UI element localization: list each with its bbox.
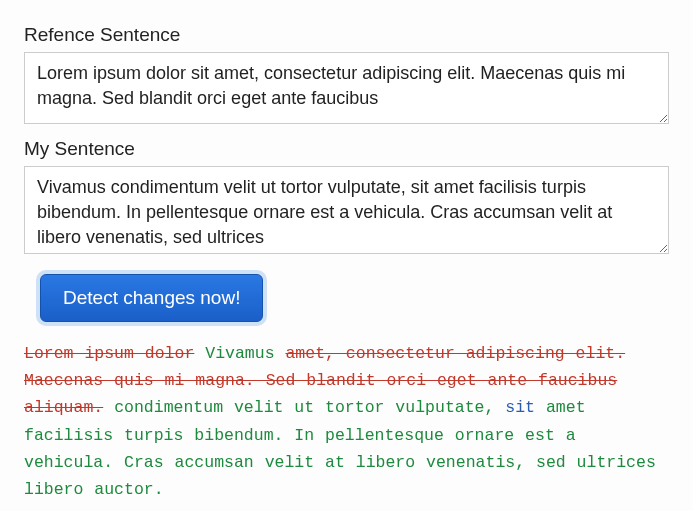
my-sentence-label: My Sentence (24, 138, 669, 160)
detect-changes-button[interactable]: Detect changes now! (40, 274, 263, 322)
diff-deleted: Lorem ipsum dolor (24, 344, 194, 363)
diff-output: Lorem ipsum dolor Vivamus amet, consecte… (24, 340, 669, 503)
diff-inserted: Vivamus (205, 344, 274, 363)
my-sentence-textarea[interactable] (24, 166, 669, 254)
diff-inserted: condimentum velit ut tortor vulputate, (114, 398, 494, 417)
reference-textarea[interactable] (24, 52, 669, 124)
diff-unchanged: sit (505, 398, 535, 417)
reference-label: Refence Sentence (24, 24, 669, 46)
